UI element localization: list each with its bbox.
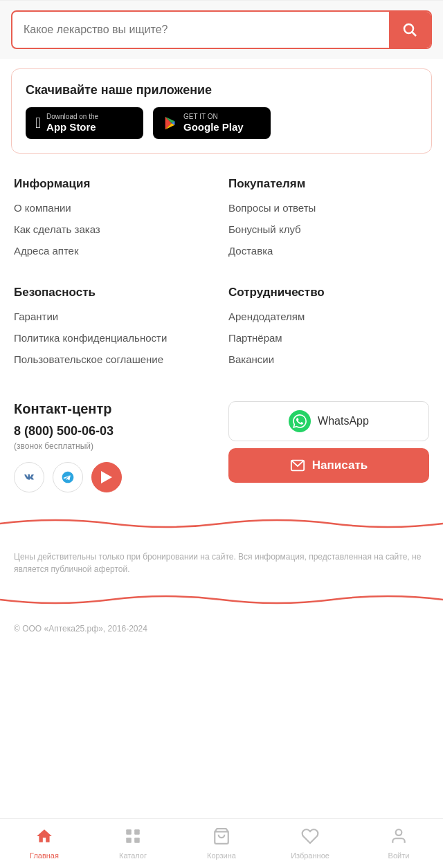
nav-catalog-label: Каталог xyxy=(119,851,147,860)
telegram-button[interactable] xyxy=(53,462,83,492)
nav-cart[interactable]: Корзина xyxy=(177,822,266,865)
search-input[interactable] xyxy=(12,14,389,46)
svg-rect-10 xyxy=(134,838,140,843)
telegram-icon xyxy=(61,470,75,484)
nav-login[interactable]: Войти xyxy=(354,822,443,865)
nav-home-label: Главная xyxy=(30,851,59,860)
write-button[interactable]: Написать xyxy=(228,448,429,483)
svg-line-1 xyxy=(413,33,417,37)
catalog-svg xyxy=(124,827,142,845)
contact-phone-note: (звонок бесплатный) xyxy=(14,441,215,451)
catalog-icon xyxy=(124,827,142,849)
footer-col-info: Информация О компании Как сделать заказ … xyxy=(14,177,215,265)
svg-rect-9 xyxy=(126,838,132,843)
footer-col-partnership: Сотрудничество Арендодателям Партнёрам В… xyxy=(228,286,429,373)
cart-icon xyxy=(213,827,230,849)
contact-right: WhatsApp Написать xyxy=(228,401,429,483)
footer-col-security: Безопасность Гарантии Политика конфиденц… xyxy=(14,286,215,373)
app-download-title: Скачивайте наше приложение xyxy=(26,83,417,98)
footer-col-info-title: Информация xyxy=(14,177,215,191)
play-icon xyxy=(101,471,112,483)
bottom-nav: Главная Каталог Корзина Из xyxy=(0,818,443,868)
contact-title: Контакт-центр xyxy=(14,401,215,417)
google-play-button[interactable]: GET IT ON Google Play xyxy=(153,107,271,139)
cart-svg xyxy=(213,827,230,845)
footer-link-privacy[interactable]: Политика конфиденциальности xyxy=(14,331,215,345)
footer-link-vacancies[interactable]: Вакансии xyxy=(228,352,429,367)
footer-link-company[interactable]: О компании xyxy=(14,201,215,215)
apple-icon:  xyxy=(35,116,41,131)
wave-svg-1 xyxy=(0,513,443,534)
contact-section: Контакт-центр 8 (800) 500-06-03 (звонок … xyxy=(0,394,443,506)
mail-icon xyxy=(290,458,305,473)
whatsapp-icon xyxy=(289,410,311,432)
search-button[interactable] xyxy=(389,12,431,48)
app-store-text: Download on the App Store xyxy=(46,113,98,133)
google-play-sub: GET IT ON xyxy=(183,113,244,121)
heart-svg xyxy=(301,827,319,845)
google-play-text: GET IT ON Google Play xyxy=(183,113,244,133)
footer-row-2: Безопасность Гарантии Политика конфиденц… xyxy=(14,286,429,373)
whatsapp-label: WhatsApp xyxy=(318,415,369,427)
search-icon xyxy=(401,21,418,38)
search-container xyxy=(11,10,432,49)
google-play-main: Google Play xyxy=(183,121,244,133)
user-icon xyxy=(390,827,408,849)
footer-link-faq[interactable]: Вопросы и ответы xyxy=(228,201,429,215)
footer-link-bonus[interactable]: Бонусный клуб xyxy=(228,222,429,237)
nav-cart-label: Корзина xyxy=(207,851,236,860)
nav-home[interactable]: Главная xyxy=(0,822,89,865)
whatsapp-svg xyxy=(293,414,307,428)
footer-links: Информация О компании Как сделать заказ … xyxy=(0,163,443,373)
play-triangle-icon xyxy=(101,471,112,483)
footer-link-delivery[interactable]: Доставка xyxy=(228,243,429,258)
footer-link-guarantees[interactable]: Гарантии xyxy=(14,309,215,324)
wave-decoration-1 xyxy=(0,513,443,537)
write-label: Написать xyxy=(312,459,368,472)
app-download-section: Скачивайте наше приложение  Download on… xyxy=(11,68,432,154)
play-button[interactable] xyxy=(91,462,122,492)
home-svg xyxy=(35,827,53,845)
google-play-svg xyxy=(163,116,178,131)
svg-point-0 xyxy=(404,24,413,33)
footer-row-1: Информация О компании Как сделать заказ … xyxy=(14,177,429,265)
app-store-sub: Download on the xyxy=(46,113,98,121)
disclaimer: Цены действительны только при бронирован… xyxy=(0,544,443,582)
heart-icon xyxy=(301,827,319,849)
footer-col-buyers: Покупателям Вопросы и ответы Бонусный кл… xyxy=(228,177,429,265)
nav-favorites-label: Избранное xyxy=(291,851,329,860)
footer-link-partners[interactable]: Партнёрам xyxy=(228,331,429,345)
contact-phone: 8 (800) 500-06-03 xyxy=(14,424,215,438)
app-buttons:  Download on the App Store GET IT ON Go… xyxy=(26,107,417,139)
app-store-main: App Store xyxy=(46,121,98,133)
svg-rect-8 xyxy=(134,829,140,835)
social-icons xyxy=(14,462,215,492)
nav-login-label: Войти xyxy=(388,851,410,860)
footer-col-buyers-title: Покупателям xyxy=(228,177,429,191)
footer-col-security-title: Безопасность xyxy=(14,286,215,299)
home-icon xyxy=(35,827,53,849)
footer-col-partnership-title: Сотрудничество xyxy=(228,286,429,299)
nav-favorites[interactable]: Избранное xyxy=(266,822,354,865)
vk-icon xyxy=(22,470,36,484)
footer-link-agreement[interactable]: Пользовательское соглашение xyxy=(14,352,215,367)
app-store-button[interactable]:  Download on the App Store xyxy=(26,107,143,139)
footer-link-order[interactable]: Как сделать заказ xyxy=(14,222,215,237)
copyright: © ООО «Аптека25.рф», 2016-2024 xyxy=(0,620,443,643)
svg-point-12 xyxy=(396,829,402,835)
whatsapp-button[interactable]: WhatsApp xyxy=(228,401,429,441)
google-play-icon xyxy=(163,116,178,131)
svg-rect-7 xyxy=(126,829,132,835)
search-bar xyxy=(0,0,443,59)
footer-link-landlords[interactable]: Арендодателям xyxy=(228,309,429,324)
user-svg xyxy=(390,827,408,845)
footer-link-pharmacies[interactable]: Адреса аптек xyxy=(14,243,215,258)
wave-decoration-2 xyxy=(0,589,443,613)
nav-catalog[interactable]: Каталог xyxy=(89,822,177,865)
wave-svg-2 xyxy=(0,589,443,610)
vk-button[interactable] xyxy=(14,462,44,492)
contact-left: Контакт-центр 8 (800) 500-06-03 (звонок … xyxy=(14,401,215,492)
